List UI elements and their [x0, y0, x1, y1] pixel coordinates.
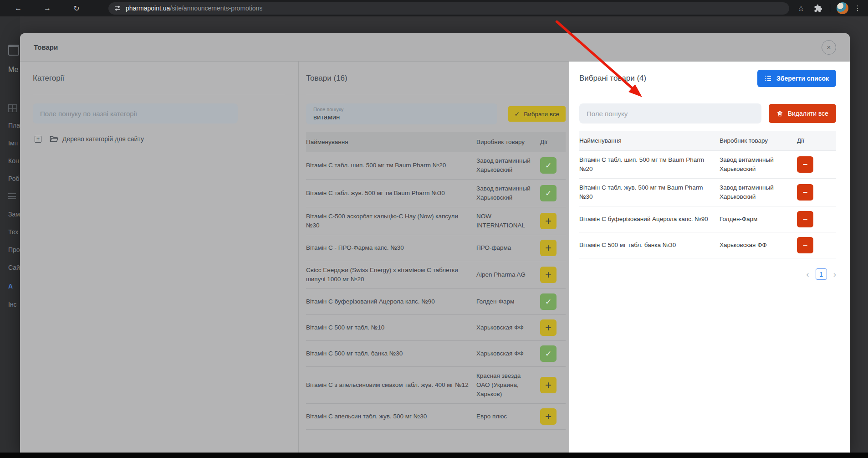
- select-all-button[interactable]: ✓ Вибрати все: [508, 106, 566, 122]
- sidebar-item-fragment[interactable]: Ме: [8, 66, 18, 74]
- selected-product-row: Вітамін С 500 мг табл. банка №30 Харьков…: [579, 232, 836, 258]
- category-search-input[interactable]: [33, 103, 238, 124]
- delete-all-button[interactable]: Видалити все: [769, 104, 836, 123]
- selected-search-input[interactable]: [579, 103, 761, 124]
- minus-icon: −: [803, 160, 808, 169]
- table-header: Найменування Виробник товару Дії: [579, 131, 836, 151]
- divider: [306, 95, 566, 95]
- product-producer: Евро плюс: [476, 412, 540, 421]
- select-all-label: Вибрати все: [524, 111, 559, 118]
- sidebar-item-fragment[interactable]: Сай: [8, 264, 20, 271]
- sidebar-item-fragment[interactable]: [8, 193, 16, 199]
- product-row: Вітамін С буферізований Ацерола капс. №9…: [306, 289, 566, 315]
- toggle-product-button[interactable]: + ✓: [540, 213, 557, 229]
- reload-icon[interactable]: ↻: [71, 4, 82, 13]
- plus-icon: +: [545, 243, 551, 253]
- product-producer: Завод витаминный Харьковский: [476, 156, 540, 175]
- page-number[interactable]: 1: [816, 268, 827, 280]
- toggle-product-button[interactable]: + ✓: [540, 345, 557, 362]
- sidebar-item-fragment[interactable]: [8, 45, 19, 56]
- sidebar-item-fragment[interactable]: Зам: [8, 211, 20, 218]
- selected-products-panel: Вибрані товари (4) Зберегти список Видал: [569, 62, 850, 453]
- address-bar[interactable]: pharmapoint.ua/site/announcements-promot…: [108, 2, 789, 15]
- toggle-product-button[interactable]: + ✓: [540, 408, 557, 425]
- pagination: ‹ 1 ›: [579, 268, 836, 280]
- search-input-value: витамин: [313, 113, 490, 121]
- product-name: Вітамін С табл. жув. 500 мг тм Baum Phar…: [306, 189, 476, 198]
- product-row: Вітамін С з апельсиновим смаком табл. жу…: [306, 367, 566, 404]
- sidebar-item-fragment[interactable]: Імп: [8, 139, 18, 147]
- plus-icon: +: [545, 216, 551, 226]
- plus-icon: +: [545, 380, 551, 390]
- extensions-icon[interactable]: [814, 4, 822, 13]
- sidebar-item-fragment[interactable]: Інс: [8, 301, 17, 308]
- toggle-product-button[interactable]: + ✓: [540, 185, 557, 201]
- product-row: Вітамін С апельсин табл. жув. 500 мг №30…: [306, 404, 566, 430]
- forward-icon[interactable]: →: [42, 4, 53, 12]
- sidebar-item-fragment[interactable]: Про: [8, 246, 20, 253]
- selected-heading: Вибрані товари (4): [579, 74, 646, 83]
- product-name: Вітамін С 500 мг табл. банка №30: [579, 241, 720, 250]
- selected-table: Найменування Виробник товару Дії Вітамін…: [579, 131, 836, 280]
- delete-all-label: Видалити все: [788, 110, 828, 117]
- sidebar-item-fragment[interactable]: Роб: [8, 175, 20, 182]
- column-header-actions: Дії: [540, 139, 566, 145]
- close-button[interactable]: ×: [822, 40, 836, 55]
- product-row: Вітамін С-500 аскорбат кальцію-С Нау (No…: [306, 207, 566, 235]
- product-name: Вітамін С з апельсиновим смаком табл. жу…: [306, 381, 476, 390]
- product-producer: Харьковская ФФ: [476, 323, 540, 332]
- expand-icon[interactable]: +: [35, 136, 41, 143]
- product-producer: Харьковская ФФ: [476, 349, 540, 358]
- modal-header: Товари ×: [20, 33, 850, 62]
- product-producer: ПРО-фарма: [476, 243, 540, 252]
- remove-product-button[interactable]: −: [797, 211, 813, 227]
- divider: [33, 95, 285, 95]
- close-icon: ×: [827, 43, 831, 51]
- product-producer: Завод витаминный Харьковский: [476, 184, 540, 202]
- toggle-product-button[interactable]: + ✓: [540, 377, 557, 393]
- bookmark-star-icon[interactable]: ☆: [797, 4, 806, 13]
- product-producer: Завод витаминный Харьковский: [720, 183, 797, 201]
- prev-page-icon[interactable]: ‹: [806, 269, 809, 279]
- product-row: Вітамін С 500 мг табл. №10 Харьковская Ф…: [306, 315, 566, 341]
- column-header-name: Найменування: [579, 137, 720, 144]
- minus-icon: −: [803, 215, 808, 223]
- sidebar-item-fragment[interactable]: Пла: [8, 122, 20, 129]
- sidebar-item-fragment[interactable]: Кон: [8, 157, 19, 165]
- browser-menu-icon[interactable]: ⋮: [854, 4, 861, 12]
- product-name: Вітамін С апельсин табл. жув. 500 мг №30: [306, 412, 476, 421]
- next-page-icon[interactable]: ›: [833, 269, 836, 279]
- save-list-button[interactable]: Зберегти список: [757, 70, 836, 87]
- divider: [579, 95, 836, 95]
- column-header-producer: Виробник товару: [476, 139, 540, 145]
- sidebar-item-fragment[interactable]: [8, 104, 17, 112]
- sidebar-item-fragment[interactable]: А: [8, 283, 13, 290]
- app-sidebar: Ме Пла Імп Кон Роб Зам Тех: [0, 16, 20, 453]
- modal-title: Товари: [34, 43, 58, 51]
- product-name: Вітамін С табл. жув. 500 мг тм Baum Phar…: [579, 183, 720, 201]
- remove-product-button[interactable]: −: [797, 184, 813, 201]
- product-name: Вітамін С-500 аскорбат кальцію-С Нау (No…: [306, 212, 476, 230]
- toggle-product-button[interactable]: + ✓: [540, 319, 557, 336]
- back-icon[interactable]: ←: [13, 4, 24, 12]
- minus-icon: −: [803, 188, 808, 196]
- remove-product-button[interactable]: −: [797, 156, 813, 173]
- profile-avatar[interactable]: [837, 2, 848, 14]
- product-name: Вітамін С 500 мг табл. №10: [306, 323, 476, 332]
- plus-icon: +: [545, 412, 551, 422]
- toggle-product-button[interactable]: + ✓: [540, 267, 557, 283]
- product-name: Вітамін С буферізований Ацерола капс. №9…: [579, 215, 720, 224]
- toggle-product-button[interactable]: + ✓: [540, 157, 557, 174]
- bottom-strip: [0, 453, 868, 458]
- toggle-product-button[interactable]: + ✓: [540, 293, 557, 310]
- remove-product-button[interactable]: −: [797, 237, 813, 253]
- product-search-input[interactable]: Поле пошуку витамин: [306, 103, 497, 124]
- product-name: Вітамін С 500 мг табл. банка №30: [306, 349, 476, 358]
- products-panel: Товари (16) Поле пошуку витамин ✓ Вибрат…: [299, 62, 569, 453]
- sidebar-item-fragment[interactable]: Тех: [8, 228, 18, 236]
- browser-toolbar: ← → ↻ pharmapoint.ua/site/announcements-…: [0, 0, 868, 16]
- category-tree-root[interactable]: + Дерево категорій для сайту: [33, 135, 285, 143]
- product-name: Свісс Енерджи (Swiss Energy) з вітаміном…: [306, 266, 476, 284]
- toggle-product-button[interactable]: + ✓: [540, 240, 557, 256]
- site-info-icon[interactable]: [114, 5, 121, 12]
